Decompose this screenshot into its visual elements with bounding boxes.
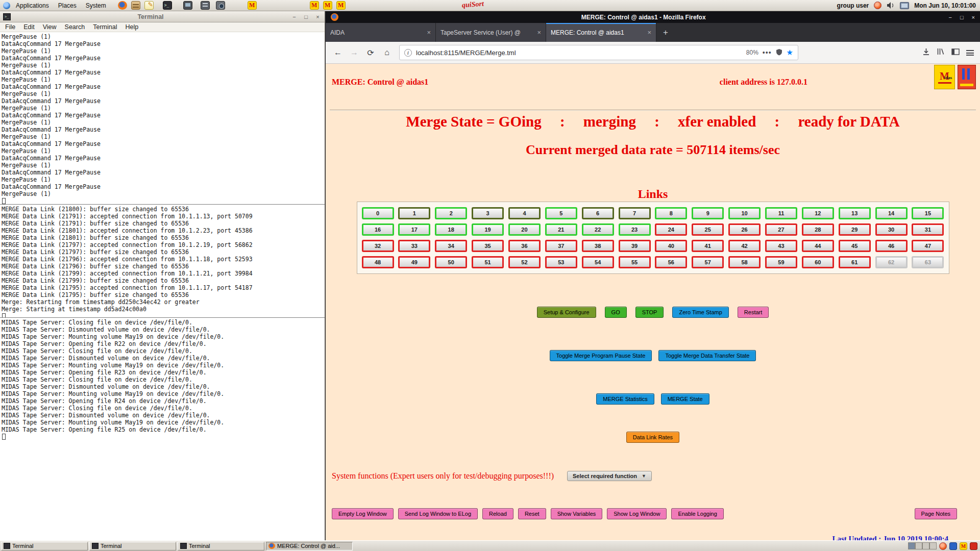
link-cell-11[interactable]: 11 (765, 207, 797, 219)
link-cell-9[interactable]: 9 (692, 207, 724, 219)
workspace-switcher[interactable] (908, 542, 937, 549)
calculator-launcher-icon[interactable] (201, 1, 210, 10)
link-cell-52[interactable]: 52 (508, 256, 541, 268)
link-cell-42[interactable]: 42 (728, 240, 761, 252)
tab-tapeserver-service-user[interactable]: TapeServer Service (User) @× (436, 23, 546, 42)
network-tray-icon[interactable] (949, 542, 957, 550)
link-cell-16[interactable]: 16 (362, 223, 394, 236)
places-menu[interactable]: Places (54, 0, 81, 11)
page-notes-button[interactable]: Page Notes (915, 508, 957, 519)
applications-menu[interactable]: Applications (11, 0, 54, 11)
system-menu[interactable]: System (81, 0, 111, 11)
terminal-menu-file[interactable]: File (1, 23, 19, 31)
maximize-button[interactable]: □ (302, 13, 310, 20)
link-cell-50[interactable]: 50 (435, 256, 467, 268)
sidebar-icon[interactable] (951, 48, 960, 57)
downloads-icon[interactable] (922, 48, 930, 58)
link-cell-53[interactable]: 53 (545, 256, 577, 268)
link-cell-60[interactable]: 60 (802, 256, 834, 268)
taskbar-window-terminal[interactable]: Terminal (1, 542, 88, 550)
link-cell-57[interactable]: 57 (692, 256, 724, 268)
show-log-window-button[interactable]: Show Log Window (607, 508, 667, 519)
link-cell-61[interactable]: 61 (839, 256, 871, 268)
link-cell-34[interactable]: 34 (435, 240, 467, 252)
url-text[interactable]: localhost:8115/MERGE/Merge.tml (416, 49, 742, 57)
link-cell-44[interactable]: 44 (802, 240, 834, 252)
zero-time-stamp-button[interactable]: Zero Time Stamp (672, 307, 728, 318)
file-cabinet-launcher-icon[interactable] (131, 1, 140, 10)
taskbar-window-merge-control-aid[interactable]: MERGE: Control @ aid... (266, 542, 353, 550)
taskbar-window-terminal[interactable]: Terminal (89, 542, 176, 550)
tab-merge-control-aidas1[interactable]: MERGE: Control @ aidas1× (546, 23, 656, 42)
terminal-titlebar[interactable]: Terminal − □ × (0, 11, 325, 22)
link-cell-59[interactable]: 59 (765, 256, 797, 268)
restart-button[interactable]: Restart (738, 307, 769, 318)
link-cell-25[interactable]: 25 (692, 223, 724, 236)
link-cell-54[interactable]: 54 (582, 256, 614, 268)
close-button[interactable]: × (314, 13, 322, 20)
close-button[interactable]: × (972, 14, 975, 20)
link-cell-43[interactable]: 43 (765, 240, 797, 252)
terminal-menu-help[interactable]: Help (121, 23, 142, 31)
site-info-icon[interactable]: i (404, 49, 412, 57)
tab-aida[interactable]: AIDA× (326, 23, 436, 42)
update-notifier-icon[interactable] (874, 2, 881, 9)
link-cell-8[interactable]: 8 (655, 207, 687, 219)
screenshot-launcher-icon[interactable] (183, 1, 192, 10)
network-icon[interactable] (900, 2, 909, 9)
terminal-menu-view[interactable]: View (39, 23, 61, 31)
midas-launcher-icon[interactable] (248, 1, 257, 10)
link-cell-0[interactable]: 0 (362, 207, 394, 219)
update-tray-icon[interactable] (939, 542, 947, 550)
link-cell-14[interactable]: 14 (875, 207, 908, 219)
link-cell-24[interactable]: 24 (655, 223, 687, 236)
back-button[interactable]: ← (331, 48, 345, 57)
link-cell-35[interactable]: 35 (472, 240, 504, 252)
link-cell-33[interactable]: 33 (398, 240, 430, 252)
link-cell-41[interactable]: 41 (692, 240, 724, 252)
send-log-window-to-elog-button[interactable]: Send Log Window to ELog (398, 508, 478, 519)
link-cell-17[interactable]: 17 (398, 223, 430, 236)
terminal-log-dataacq[interactable]: MergePause (1)DataAcqCommand 17 MergePau… (0, 32, 325, 205)
link-cell-48[interactable]: 48 (362, 256, 394, 268)
data-link-rates-button[interactable]: Data Link Rates (626, 432, 679, 443)
zoom-level[interactable]: 80% (746, 49, 758, 56)
link-cell-12[interactable]: 12 (802, 207, 834, 219)
link-cell-28[interactable]: 28 (802, 223, 834, 236)
toggle-merge-data-transfer-state-button[interactable]: Toggle Merge Data Transfer State (658, 350, 756, 361)
link-cell-15[interactable]: 15 (912, 207, 944, 219)
maximize-button[interactable]: □ (960, 14, 964, 20)
show-variables-button[interactable]: Show Variables (551, 508, 603, 519)
link-cell-21[interactable]: 21 (545, 223, 577, 236)
reload-button[interactable]: Reload (482, 508, 513, 519)
taskbar-window-terminal[interactable]: Terminal (178, 542, 264, 550)
minimize-button[interactable]: − (290, 13, 298, 20)
terminal-menu-edit[interactable]: Edit (19, 23, 39, 31)
url-bar[interactable]: i localhost:8115/MERGE/Merge.tml 80% •••… (399, 45, 798, 60)
merge-state-button[interactable]: MERGE State (661, 393, 709, 405)
new-tab-button[interactable]: + (656, 23, 675, 42)
link-cell-22[interactable]: 22 (582, 223, 614, 236)
empty-log-window-button[interactable]: Empty Log Window (332, 508, 394, 519)
link-cell-19[interactable]: 19 (472, 223, 504, 236)
link-cell-13[interactable]: 13 (839, 207, 871, 219)
link-cell-26[interactable]: 26 (728, 223, 761, 236)
reload-button[interactable]: ⟳ (363, 48, 378, 58)
menu-hamburger-icon[interactable] (966, 50, 974, 56)
link-cell-62[interactable]: 62 (875, 256, 908, 268)
link-cell-55[interactable]: 55 (619, 256, 651, 268)
link-cell-31[interactable]: 31 (912, 223, 944, 236)
link-cell-1[interactable]: 1 (398, 207, 430, 219)
link-cell-63[interactable]: 63 (912, 256, 944, 268)
home-button[interactable]: ⌂ (380, 48, 394, 57)
midas-tray-icon[interactable]: M (960, 542, 967, 550)
terminal-log-merge[interactable]: MERGE Data Link (21800): buffer size cha… (0, 205, 325, 318)
link-cell-5[interactable]: 5 (545, 207, 577, 219)
bookmark-star-icon[interactable]: ★ (787, 48, 793, 57)
terminal-menu-search[interactable]: Search (61, 23, 89, 31)
terminal-menu-terminal[interactable]: Terminal (89, 23, 121, 31)
setup-configure-button[interactable]: Setup & Configure (537, 307, 596, 318)
camera-launcher-icon[interactable] (216, 1, 225, 10)
link-cell-49[interactable]: 49 (398, 256, 430, 268)
link-cell-36[interactable]: 36 (508, 240, 541, 252)
